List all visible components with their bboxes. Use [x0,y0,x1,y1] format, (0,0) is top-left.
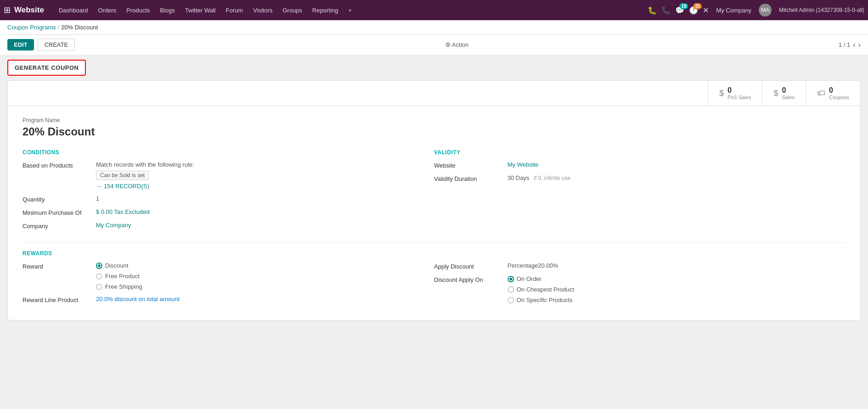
rewards-right: Apply Discount Percentage20.00% Discount… [434,262,846,309]
radio-dot-free-shipping [96,284,102,290]
records-link[interactable]: → 154 RECORD(S) [96,183,434,190]
clock-icon[interactable]: 🕐 31 [689,6,698,15]
close-icon[interactable]: ✕ [703,6,709,15]
form-section: Program Name 20% Discount Conditions Bas… [8,106,860,320]
bug-icon[interactable]: 🐛 [648,6,657,15]
rule-tag: Can be Sold is set [96,171,149,180]
nav-products[interactable]: Products [122,0,154,20]
dollar-icon-pos: $ [719,89,724,98]
apply-discount-label: Apply Discount [434,262,508,270]
top-navigation: ⊞ Website Dashboard Orders Products Blog… [0,0,868,20]
company-name[interactable]: My Company [716,7,751,14]
company-value[interactable]: My Company [96,222,434,229]
discount-on-order[interactable]: On Order [508,275,846,282]
generate-bar: GENERATE COUPON [0,55,868,80]
nav-icons: 🐛 📞 💬 18 🕐 31 ✕ My Company MA Mitchell A… [648,4,864,17]
reward-row: Reward Discount Free Product [22,262,434,290]
validity-duration-label: Validity Duration [434,174,508,182]
chat-icon[interactable]: 💬 18 [675,6,684,15]
create-button[interactable]: CREATE [38,39,75,51]
nav-groups[interactable]: Groups [278,0,307,20]
pos-sales-number: 0 [728,86,751,95]
stat-pos-sales[interactable]: $ 0 PoS Sales [708,81,762,106]
min-purchase-label: Minimum Purchase Of [22,208,96,216]
apply-discount-row: Apply Discount Percentage20.00% [434,262,846,270]
discount-on-specific[interactable]: On Specific Products [508,297,846,303]
validity-duration-number: 30 Days [508,174,530,181]
reward-line-product-value[interactable]: 20.0% discount on total amount [96,296,434,303]
based-on-products-row: Based on Products Match records with the… [22,161,434,190]
validity-duration-row: Validity Duration 30 Days if 0, infinite… [434,174,846,182]
divider [22,242,846,243]
form-card: $ 0 PoS Sales $ 0 Sales 🏷 0 Coupons [7,80,861,320]
reward-label: Reward [22,262,96,270]
breadcrumb-separator: / [58,24,60,31]
avatar[interactable]: MA [759,4,772,17]
quantity-value[interactable]: 1 [96,195,434,202]
edit-button[interactable]: EDIT [7,39,34,50]
conditions-column: Conditions Based on Products Match recor… [22,149,434,235]
rewards-section: Rewards Reward Discount [22,250,846,309]
pagination: 1 / 1 ‹ › [839,41,861,49]
min-purchase-value[interactable]: $ 0.00 Tax Excluded [96,208,434,215]
nav-twitter-wall[interactable]: Twitter Wall [180,0,220,20]
pagination-next[interactable]: › [858,41,861,49]
reward-free-shipping-label: Free Shipping [105,283,142,290]
company-label: Company [22,222,96,230]
validity-duration-value: 30 Days if 0, infinite use [508,174,846,181]
website-value[interactable]: My Website [508,161,846,168]
arrow-icon: → [96,183,102,190]
rule-description: Match records with the following rule: [96,161,434,168]
min-purchase-row: Minimum Purchase Of $ 0.00 Tax Excluded [22,208,434,216]
action-bar: EDIT CREATE ⚙ Action 1 / 1 ‹ › [0,35,868,55]
nav-dashboard[interactable]: Dashboard [54,0,93,20]
pagination-text: 1 / 1 [839,41,850,48]
sales-number: 0 [782,86,795,95]
reward-option-free-product[interactable]: Free Product [96,273,434,280]
tag-icon: 🏷 [817,89,825,98]
nav-reporting[interactable]: Reporting [308,0,342,20]
stat-sales[interactable]: $ 0 Sales [762,81,806,106]
reward-options: Discount Free Product Free Shipping [96,262,434,290]
rewards-left: Reward Discount Free Product [22,262,434,309]
company-row: Company My Company [22,222,434,230]
program-name-value: 20% Discount [22,125,846,138]
breadcrumb-parent[interactable]: Coupon Programs [7,24,56,31]
discount-apply-radio-group: On Order On Cheapest Product On Specific… [508,275,846,303]
discount-apply-on-row: Discount Apply On On Order On [434,275,846,303]
discount-apply-on-label: Discount Apply On [434,275,508,283]
clock-badge: 31 [693,3,702,9]
validity-column: Validity Website My Website Validity Dur… [434,149,846,235]
reward-option-discount[interactable]: Discount [96,262,434,269]
rewards-grid: Reward Discount Free Product [22,262,846,309]
radio-dot-specific [508,297,514,303]
stat-coupons[interactable]: 🏷 0 Coupons [806,81,860,106]
action-button[interactable]: ⚙ Action [441,39,473,50]
reward-line-product-row: Reward Line Product 20.0% discount on to… [22,296,434,303]
pagination-prev[interactable]: ‹ [853,41,855,49]
conditions-section-label: Conditions [22,149,434,156]
generate-coupon-button[interactable]: GENERATE COUPON [7,60,86,76]
coupons-number: 0 [829,86,849,95]
nav-orders[interactable]: Orders [93,0,121,20]
radio-dot-on-order [508,276,514,282]
radio-dot-cheapest [508,286,514,293]
brand-logo[interactable]: Website [14,6,44,15]
reward-radio-group: Discount Free Product Free Shipping [96,262,434,290]
nav-visitors[interactable]: Visitors [248,0,277,20]
nav-blogs[interactable]: Blogs [156,0,180,20]
nav-forum[interactable]: Forum [221,0,248,20]
discount-on-cheapest[interactable]: On Cheapest Product [508,286,846,293]
nav-more[interactable]: + [344,0,357,20]
reward-option-free-shipping[interactable]: Free Shipping [96,283,434,290]
records-text: 154 RECORD(S) [104,183,149,190]
pos-sales-label: PoS Sales [728,95,751,100]
stats-row: $ 0 PoS Sales $ 0 Sales 🏷 0 Coupons [8,81,860,106]
website-row: Website My Website [434,161,846,169]
reward-line-product-label: Reward Line Product [22,296,96,303]
main-content: $ 0 PoS Sales $ 0 Sales 🏷 0 Coupons [0,80,868,328]
rewards-section-label: Rewards [22,250,846,257]
coupons-label: Coupons [829,95,849,100]
phone-icon[interactable]: 📞 [661,6,671,15]
grid-icon[interactable]: ⊞ [4,5,11,15]
